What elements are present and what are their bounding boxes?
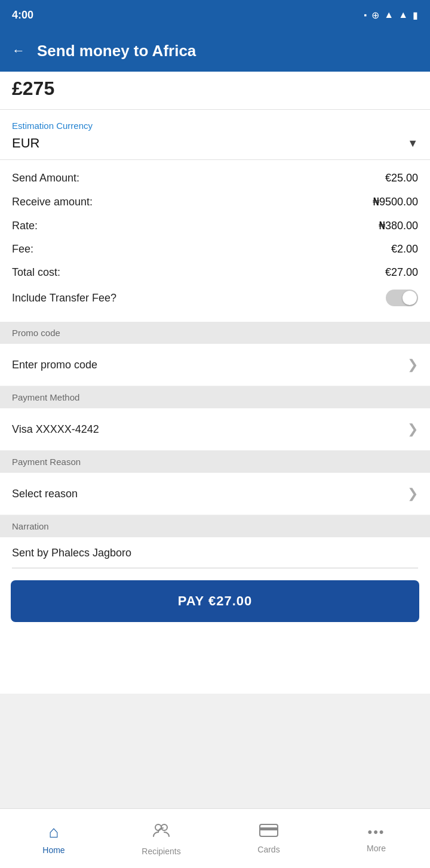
back-button[interactable]: ← [12,43,25,59]
estimation-currency-label: Estimation Currency [12,121,418,131]
sim2-icon: ⊕ [371,10,379,21]
total-cost-label: Total cost: [12,266,60,279]
wifi-icon: ▲ [384,10,394,20]
svg-rect-3 [260,827,278,830]
send-amount-row: Send Amount: €25.00 [12,172,418,184]
fee-label: Fee: [12,243,33,256]
promo-code-section-header: Promo code [0,322,430,344]
rate-label: Rate: [12,220,38,232]
signal-icon: ▲ [398,10,408,20]
payment-reason-chevron-icon: ❯ [407,486,418,501]
more-icon: ••• [367,824,385,840]
payment-reason-section-header: Payment Reason [0,451,430,473]
receive-amount-label: Receive amount: [12,196,93,208]
narration-section: Narration [0,515,430,568]
pay-button[interactable]: PAY €27.00 [11,580,419,622]
cards-label: Cards [257,845,280,854]
payment-method-item[interactable]: Visa XXXXX-4242 ❯ [0,408,430,451]
narration-input-area [0,537,430,563]
include-transfer-fee-row: Include Transfer Fee? [12,290,418,306]
home-icon: ⌂ [49,823,59,842]
receive-amount-value: ₦9500.00 [373,195,418,208]
narration-input[interactable] [12,547,418,559]
more-label: More [367,844,386,853]
status-time: 4:00 [12,9,33,21]
total-cost-value: €27.00 [385,266,418,279]
fee-value: €2.00 [391,243,418,256]
payment-reason-item[interactable]: Select reason ❯ [0,473,430,515]
partial-amount: £275 [12,72,418,103]
recipients-icon [152,821,170,843]
status-icons: ▪ ⊕ ▲ ▲ ▮ [364,10,418,21]
narration-section-header: Narration [0,515,430,537]
enter-promo-code-label: Enter promo code [12,359,97,371]
pay-button-container: PAY €27.00 [0,568,430,634]
nav-cards[interactable]: Cards [215,817,322,860]
currency-value: EUR [12,136,39,151]
recipients-label: Recipients [142,847,180,856]
nav-recipients[interactable]: Recipients [108,815,215,862]
rate-row: Rate: ₦380.00 [12,219,418,232]
page-title: Send money to Africa [37,42,196,60]
nav-home[interactable]: ⌂ Home [0,817,108,861]
home-label: Home [42,845,64,855]
payment-method-label: Visa XXXXX-4242 [12,423,99,436]
currency-dropdown[interactable]: EUR ▼ [12,136,418,151]
estimation-currency-section: Estimation Currency EUR ▼ [0,110,430,160]
main-content: £275 Estimation Currency EUR ▼ Send Amou… [0,72,430,694]
dropdown-arrow-icon: ▼ [407,137,418,150]
payment-method-section-header: Payment Method [0,386,430,408]
payment-method-chevron-icon: ❯ [407,421,418,437]
partial-top: £275 [0,72,430,110]
sim-icon: ▪ [364,10,367,20]
rate-value: ₦380.00 [379,219,418,232]
send-amount-label: Send Amount: [12,172,79,184]
bottom-nav: ⌂ Home Recipients Cards ••• More [0,808,430,868]
total-cost-row: Total cost: €27.00 [12,266,418,279]
amount-details: Send Amount: €25.00 Receive amount: ₦950… [0,160,430,322]
cards-icon [259,823,278,841]
toggle-knob [403,291,417,305]
promo-code-chevron-icon: ❯ [407,357,418,373]
svg-point-1 [161,824,167,830]
top-nav: ← Send money to Africa [0,30,430,72]
battery-icon: ▮ [413,10,418,21]
include-transfer-fee-toggle[interactable] [386,290,418,306]
send-amount-value: €25.00 [385,172,418,184]
nav-more[interactable]: ••• More [322,818,430,859]
status-bar: 4:00 ▪ ⊕ ▲ ▲ ▮ [0,0,430,30]
fee-row: Fee: €2.00 [12,243,418,256]
enter-promo-code-item[interactable]: Enter promo code ❯ [0,344,430,386]
svg-point-0 [155,824,161,830]
payment-reason-label: Select reason [12,488,78,500]
receive-amount-row: Receive amount: ₦9500.00 [12,195,418,208]
include-transfer-fee-label: Include Transfer Fee? [12,292,116,304]
